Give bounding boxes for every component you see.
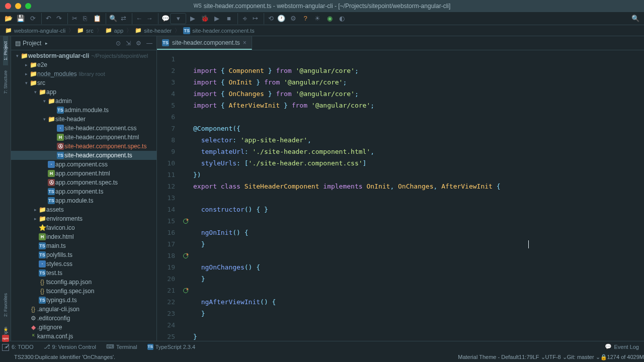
tree-admin-module[interactable]: TSadmin.module.ts <box>11 106 156 115</box>
tree-index[interactable]: Hindex.html <box>11 232 156 241</box>
tree-app-html[interactable]: Happ.component.html <box>11 169 156 178</box>
terminal-tool-button[interactable]: ⌨Terminal <box>101 343 142 350</box>
collapse-all-icon[interactable]: ⇲ <box>126 40 131 47</box>
tree-tsconfig-spec[interactable]: {}tsconfig.spec.json <box>11 287 156 296</box>
memory-indicator[interactable]: 1274 of 4029M <box>607 354 644 360</box>
project-tool-tab[interactable]: 1: Project <box>3 36 8 65</box>
tree-app[interactable]: ▾📁app <box>11 87 156 97</box>
undo-icon[interactable]: ↶ <box>41 13 52 24</box>
theme-indicator[interactable]: Material Theme - Default <box>458 354 519 360</box>
project-view-icon[interactable]: ▤ <box>15 40 21 47</box>
back-icon[interactable]: ← <box>132 13 143 24</box>
ide-icon[interactable]: ☀ <box>312 13 323 24</box>
replace-icon[interactable]: ⇄ <box>118 13 129 24</box>
chat-icon[interactable]: 💬 <box>158 13 169 24</box>
find-icon[interactable]: 🔍 <box>106 13 117 24</box>
status-bar: ✔6: TODO ⎇9: Version Control ⌨Terminal T… <box>0 341 644 352</box>
close-tab-icon[interactable]: × <box>243 39 247 46</box>
run-icon[interactable]: ▶ <box>187 13 198 24</box>
crumb-file[interactable]: TSsite-header.component.ts <box>183 27 255 34</box>
tree-styles[interactable]: ·styles.css <box>11 259 156 268</box>
tree-e2e[interactable]: ▸📁e2e <box>11 60 156 69</box>
tree-main[interactable]: TSmain.ts <box>11 241 156 250</box>
editor-tab-active[interactable]: TS site-header.component.ts × <box>157 36 252 50</box>
tree-node-modules[interactable]: ▸📁node_moduleslibrary root <box>11 69 156 78</box>
vcs-tool-button[interactable]: ⎇9: Version Control <box>39 343 101 350</box>
settings-gear-icon[interactable]: ⚙ <box>136 40 141 47</box>
tree-gitignore[interactable]: ◆.gitignore <box>11 323 156 332</box>
paste-icon[interactable]: 📋 <box>92 13 103 24</box>
tree-polyfills[interactable]: TSpolyfills.ts <box>11 250 156 259</box>
typescript-tool-button[interactable]: TSTypeScript 2.3.4 <box>142 344 201 350</box>
project-tree[interactable]: ▾📁webstorm-angular-cli~/Projects/sitepoi… <box>11 50 156 341</box>
tree-src[interactable]: ▾📁src <box>11 78 156 87</box>
power-mode-icon[interactable]: ◉ <box>324 13 335 24</box>
crumb-app[interactable]: 📁app〉 <box>105 27 132 34</box>
tab-label: site-header.component.ts <box>172 39 240 46</box>
run-to-icon[interactable]: ↦ <box>250 13 261 24</box>
crumb-project[interactable]: 📁webstorm-angular-cli〉 <box>5 27 74 34</box>
sync-icon[interactable]: ⟳ <box>27 13 38 24</box>
attach-icon[interactable]: ⎆ <box>237 13 249 24</box>
override-icon[interactable] <box>183 288 188 293</box>
lock-icon[interactable]: 🔒 <box>600 354 607 360</box>
code-content[interactable]: import { Component } from '@angular/core… <box>189 50 644 354</box>
project-panel-label[interactable]: Project <box>23 40 41 47</box>
caret-position[interactable]: 11:79 <box>519 354 533 360</box>
crumb-src[interactable]: 📁src〉 <box>77 27 102 34</box>
tree-app-spec[interactable]: Ⓐapp.component.spec.ts <box>11 178 156 187</box>
code-editor[interactable]: 12345 678910 1112131415 1617181920 21222… <box>157 50 644 354</box>
tree-sh-spec[interactable]: Ⓐsite-header.component.spec.ts <box>11 142 156 151</box>
tree-editorconfig[interactable]: ⚙.editorconfig <box>11 314 156 323</box>
tree-sh-css[interactable]: ·site-header.component.css <box>11 124 156 133</box>
chevron-right-icon[interactable]: ▸ <box>45 41 48 46</box>
search-everywhere-icon[interactable]: 🔍 <box>630 13 641 24</box>
tree-sh-ts[interactable]: TSsite-header.component.ts <box>11 151 156 160</box>
tree-app-css[interactable]: ·app.component.css <box>11 160 156 169</box>
history-icon[interactable]: 🕐 <box>276 13 287 24</box>
stop-icon[interactable]: ■ <box>223 13 234 24</box>
star-icon[interactable]: ★ <box>2 326 9 333</box>
message-bar: TS2300:Duplicate identifier 'OnChanges'.… <box>0 352 644 362</box>
open-icon[interactable]: 📂 <box>3 13 14 24</box>
presentation-icon[interactable]: ◐ <box>336 13 347 24</box>
git-branch[interactable]: Git: master ⌄ <box>567 354 600 360</box>
debug-icon[interactable]: 🐞 <box>199 13 210 24</box>
tree-site-header[interactable]: ▾📁site-header <box>11 115 156 124</box>
override-icon[interactable] <box>183 253 188 258</box>
tree-root[interactable]: ▾📁webstorm-angular-cli~/Projects/sitepoi… <box>11 51 156 60</box>
crumb-folder[interactable]: 📁site-header〉 <box>135 27 180 34</box>
tree-test[interactable]: TStest.ts <box>11 268 156 278</box>
tree-app-ts[interactable]: TSapp.component.ts <box>11 187 156 196</box>
scroll-from-source-icon[interactable]: ⊙ <box>116 40 121 47</box>
override-icon[interactable] <box>183 219 188 224</box>
tree-karma[interactable]: ᴷkarma.conf.js <box>11 332 156 341</box>
forward-icon[interactable]: → <box>144 13 155 24</box>
settings-icon[interactable]: ⚙ <box>288 13 299 24</box>
tree-app-module[interactable]: TSapp.module.ts <box>11 196 156 205</box>
event-log-button[interactable]: 💬Event Log <box>600 343 644 350</box>
update-icon[interactable]: ⟲ <box>264 13 275 24</box>
tree-favicon[interactable]: ⭐favicon.ico <box>11 223 156 232</box>
file-encoding[interactable]: UTF-8 ⌄ <box>545 354 567 360</box>
favorites-tool-tab[interactable]: 2: Favorites <box>3 288 8 322</box>
copy-icon[interactable]: ⎘ <box>79 13 91 24</box>
cut-icon[interactable]: ✂ <box>67 13 78 24</box>
tree-admin[interactable]: ▾📁admin <box>11 97 156 106</box>
hide-panel-icon[interactable]: — <box>146 40 152 47</box>
line-separator[interactable]: LF ⌄ <box>533 354 545 360</box>
help-icon[interactable]: ? <box>300 13 311 24</box>
tree-angular-cli[interactable]: {}.angular-cli.json <box>11 305 156 314</box>
save-icon[interactable]: 💾 <box>15 13 26 24</box>
tree-tsconfig-app[interactable]: {}tsconfig.app.json <box>11 278 156 287</box>
redo-icon[interactable]: ↷ <box>53 13 64 24</box>
run-config-dropdown[interactable]: ▾ <box>170 13 186 24</box>
tree-assets[interactable]: ▸📁assets <box>11 205 156 214</box>
coverage-icon[interactable]: ▶ <box>211 13 222 24</box>
tool-window-icon[interactable]: ▫ <box>2 344 9 351</box>
tree-typings[interactable]: TStypings.d.ts <box>11 296 156 305</box>
structure-tool-tab[interactable]: 7: Structure <box>3 65 8 99</box>
tree-environments[interactable]: ▸📁environments <box>11 214 156 223</box>
tree-sh-html[interactable]: Hsite-header.component.html <box>11 133 156 142</box>
npm-icon[interactable]: npm <box>2 335 9 342</box>
